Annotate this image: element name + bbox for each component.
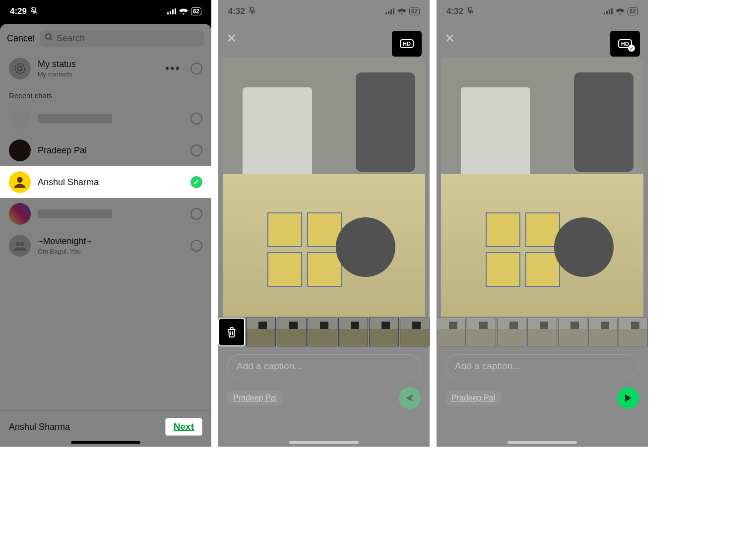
more-menu-icon[interactable]: •••	[165, 62, 181, 75]
contact-radio[interactable]	[190, 208, 202, 220]
contact-radio[interactable]	[190, 240, 202, 252]
svg-rect-0	[167, 12, 169, 14]
thumbnail[interactable]	[588, 318, 618, 346]
selected-name: Anshul Sharma	[9, 422, 70, 432]
contact-name: ~Movienight~	[38, 236, 184, 247]
svg-line-5	[50, 38, 52, 40]
svg-rect-15	[604, 12, 605, 14]
chat-row[interactable]: Pradeep Pal	[0, 134, 211, 166]
battery-level: 62	[191, 7, 201, 15]
my-status-row[interactable]: My status My contacts •••	[0, 53, 211, 84]
phone-media-preview-hd-off: 4:32 62 ✕ HD	[218, 0, 430, 447]
my-status-subtitle: My contacts	[38, 70, 158, 78]
thumbnail[interactable]	[338, 318, 368, 346]
bell-mute-icon	[248, 6, 256, 17]
media-thumbnail-strip[interactable]	[437, 318, 648, 346]
thumbnail[interactable]	[277, 318, 307, 346]
svg-rect-14	[393, 8, 394, 14]
status-time: 4:32	[228, 6, 245, 16]
home-indicator	[289, 441, 359, 444]
status-bar: 4:29 62	[0, 0, 211, 23]
svg-rect-11	[385, 12, 387, 14]
delete-media-button[interactable]	[218, 318, 245, 346]
cancel-button[interactable]: Cancel	[7, 33, 35, 44]
my-status-radio[interactable]	[190, 63, 202, 74]
svg-rect-18	[611, 8, 613, 14]
recipient-chip[interactable]: Pradeep Pal	[445, 391, 501, 405]
bell-mute-icon	[466, 6, 474, 17]
hd-quality-button[interactable]: HD	[392, 31, 422, 57]
svg-point-6	[15, 64, 25, 73]
wifi-icon	[179, 8, 188, 15]
media-preview[interactable]	[223, 58, 425, 317]
thumbnail[interactable]	[437, 318, 466, 346]
svg-point-4	[46, 34, 51, 39]
status-time: 4:32	[446, 6, 463, 16]
share-sheet: Cancel My status My contacts •••	[0, 24, 211, 447]
svg-rect-12	[388, 11, 389, 14]
chat-row-selected[interactable]: Anshul Sharma ✓	[0, 166, 211, 198]
status-avatar-icon	[9, 58, 31, 79]
svg-rect-3	[175, 8, 176, 14]
wifi-icon	[397, 8, 406, 15]
chat-row[interactable]	[0, 103, 211, 134]
recipient-chip[interactable]: Pradeep Pal	[227, 391, 283, 405]
thumbnail[interactable]	[369, 318, 399, 346]
thumbnail[interactable]	[558, 318, 587, 346]
home-indicator	[507, 441, 577, 444]
cell-signal-icon	[385, 8, 394, 14]
chat-row[interactable]	[0, 198, 211, 230]
svg-point-9	[15, 242, 20, 246]
svg-rect-16	[606, 11, 608, 14]
status-bar: 4:32 62	[437, 0, 648, 23]
hd-quality-button[interactable]: HD ✓	[610, 31, 640, 57]
svg-rect-2	[172, 9, 174, 14]
my-status-title: My status	[38, 59, 158, 69]
thumbnail[interactable]	[527, 318, 557, 346]
svg-rect-13	[390, 9, 392, 14]
redacted-name	[38, 114, 112, 123]
contact-sub: Om Bagul, You	[38, 248, 184, 255]
thumbnail[interactable]	[400, 318, 430, 346]
svg-point-10	[20, 242, 24, 246]
contact-avatar	[9, 171, 31, 193]
search-field[interactable]	[40, 30, 204, 47]
thumbnail[interactable]	[467, 318, 496, 346]
home-indicator	[71, 441, 140, 444]
caption-input[interactable]: Add a caption...	[227, 354, 421, 378]
contact-avatar	[9, 203, 31, 225]
battery-level: 62	[628, 7, 638, 15]
media-thumbnail-strip[interactable]	[218, 318, 430, 346]
thumbnail[interactable]	[246, 318, 276, 346]
battery-level: 62	[409, 7, 420, 15]
search-icon	[45, 33, 54, 44]
thumbnail[interactable]	[619, 318, 648, 346]
bell-mute-icon	[30, 6, 38, 17]
chat-row[interactable]: ~Movienight~ Om Bagul, You	[0, 230, 211, 262]
contact-radio[interactable]	[190, 113, 202, 125]
contact-avatar	[9, 139, 31, 161]
svg-rect-1	[170, 11, 171, 14]
next-button[interactable]: Next	[165, 418, 202, 436]
media-preview[interactable]	[441, 58, 643, 317]
recent-chats-label: Recent chats	[0, 84, 211, 103]
close-button[interactable]: ✕	[226, 31, 237, 46]
phone-media-preview-hd-on: 4:32 62 ✕ HD ✓	[437, 0, 648, 447]
redacted-name	[38, 209, 112, 218]
send-button[interactable]	[399, 387, 421, 409]
svg-rect-17	[609, 9, 610, 14]
thumbnail[interactable]	[308, 318, 337, 346]
caption-input[interactable]: Add a caption...	[445, 354, 639, 378]
cell-signal-icon	[167, 8, 176, 14]
contact-name: Pradeep Pal	[38, 145, 184, 156]
hd-checked-icon: ✓	[628, 45, 635, 52]
wifi-icon	[616, 8, 625, 15]
thumbnail[interactable]	[497, 318, 526, 346]
send-button[interactable]	[617, 387, 639, 409]
contact-radio[interactable]	[190, 144, 202, 156]
contact-radio-checked[interactable]: ✓	[190, 176, 202, 188]
contact-name: Anshul Sharma	[38, 177, 184, 188]
search-input[interactable]	[57, 33, 199, 44]
contact-avatar	[9, 108, 31, 130]
close-button[interactable]: ✕	[444, 31, 455, 46]
